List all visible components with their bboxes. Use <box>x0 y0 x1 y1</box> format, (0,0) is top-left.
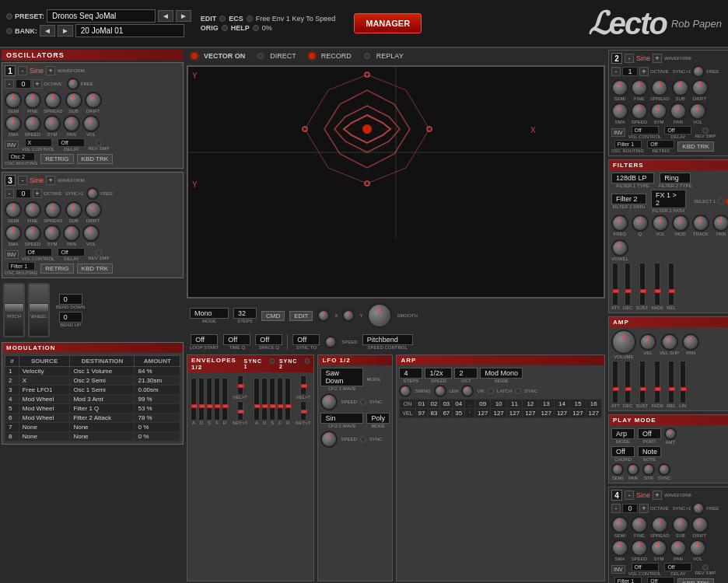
osc2-sma-knob[interactable] <box>611 103 628 120</box>
osc4-sub-knob[interactable] <box>672 516 689 533</box>
osc1-oct-plus[interactable]: + <box>33 79 42 89</box>
env2-f-slider[interactable] <box>277 378 283 421</box>
env1-s-slider[interactable] <box>206 378 212 421</box>
key1-slider[interactable] <box>237 401 243 421</box>
amp-sust-slider[interactable] <box>639 361 646 403</box>
filter-freq-knob[interactable] <box>611 215 628 232</box>
arp-vel-09[interactable]: 127 <box>475 409 491 418</box>
osc3-revsmp-led[interactable] <box>96 250 102 256</box>
osc4-inv-btn[interactable]: INV <box>611 565 625 574</box>
osc2-routing[interactable]: Filter 1 <box>614 140 642 148</box>
arp-vel-15[interactable]: 127 <box>570 409 586 418</box>
speed-knob[interactable] <box>324 336 337 348</box>
osc2-vol-knob[interactable] <box>689 103 706 120</box>
arp-step-11[interactable]: 11 <box>506 400 522 409</box>
osc4-pan-knob[interactable] <box>670 539 687 557</box>
osc3-delay[interactable]: Off <box>58 248 85 257</box>
osc1-sub-knob[interactable] <box>65 92 82 109</box>
bend-down-value[interactable]: 0 <box>59 294 82 305</box>
filt-rel-slider[interactable] <box>668 263 674 305</box>
osc3-pan-knob[interactable] <box>63 225 80 242</box>
arp-swing-knob[interactable] <box>399 385 411 397</box>
space-q-value[interactable]: Off <box>255 334 282 345</box>
osc3-inv-btn[interactable]: INV <box>5 250 19 259</box>
osc2-speed-knob[interactable] <box>631 103 648 120</box>
osc1-fine-knob[interactable] <box>24 92 41 109</box>
arp-step-10[interactable]: 10 <box>491 400 506 409</box>
sync1-led[interactable] <box>270 358 275 364</box>
sync-to-value[interactable]: Off <box>292 334 320 345</box>
osc4-minus[interactable]: - <box>625 490 634 500</box>
pitch-control[interactable]: PITCH <box>3 283 25 337</box>
arp-vk-knob[interactable] <box>461 385 474 397</box>
filter-q-knob[interactable] <box>632 215 649 232</box>
ecs-led[interactable] <box>247 16 253 22</box>
amp-pan-knob[interactable] <box>682 333 699 351</box>
env2-a-slider[interactable] <box>254 378 260 421</box>
arp-step-03[interactable]: 03 <box>440 400 453 409</box>
mod-table-row[interactable]: 3Free LFO1Osc 1 Semi0.00sm <box>5 386 180 395</box>
arp-step-02[interactable]: 02 <box>428 400 440 409</box>
amp-att-slider[interactable] <box>612 361 618 403</box>
osc4-drift-knob[interactable] <box>691 516 709 533</box>
osc4-octave[interactable]: 0 <box>622 504 638 513</box>
amp-dec-slider[interactable] <box>625 361 631 403</box>
osc4-vol-knob[interactable] <box>689 539 706 557</box>
filter2-path[interactable]: Filter 2 <box>611 194 646 204</box>
osc4-fine-knob[interactable] <box>631 516 648 533</box>
osc3-minus[interactable]: - <box>18 176 27 185</box>
osc4-revsmp-led[interactable] <box>702 564 709 571</box>
arp-vel-16[interactable]: 127 <box>586 409 601 418</box>
arp-latch-led[interactable] <box>488 388 494 394</box>
osc4-semi-knob[interactable] <box>611 516 628 533</box>
osc4-delay[interactable]: Off <box>664 563 691 571</box>
smooth-knob[interactable] <box>367 303 392 328</box>
osc3-semi-knob[interactable] <box>5 201 22 218</box>
filt-fade-slider[interactable] <box>654 263 660 305</box>
edit-led[interactable] <box>219 16 226 22</box>
osc1-speed-knob[interactable] <box>24 115 41 132</box>
osc1-kbdtrk-btn[interactable]: KBD TRK <box>77 154 114 164</box>
osc2-octave[interactable]: 1 <box>622 67 638 76</box>
filter-mod-knob[interactable] <box>672 215 689 232</box>
arp-vel-11[interactable]: 127 <box>506 409 522 418</box>
amp-volume-knob[interactable] <box>611 330 636 354</box>
lfo1-speed-knob[interactable] <box>320 393 338 410</box>
osc3-fine-knob[interactable] <box>24 201 41 218</box>
osc4-oct-plus[interactable]: + <box>639 504 649 513</box>
bend-up-value[interactable]: 0 <box>59 312 82 323</box>
osc1-vol-knob[interactable] <box>82 115 100 132</box>
direct-led[interactable] <box>257 53 264 59</box>
osc1-free-knob[interactable] <box>67 78 79 90</box>
arp-vel-14[interactable]: 127 <box>554 409 569 418</box>
loop-start-value[interactable]: Off <box>191 334 218 345</box>
lfo2-speed-knob[interactable] <box>320 431 338 448</box>
lfo2-mode[interactable]: Poly <box>366 413 390 424</box>
amp-rel-slider[interactable] <box>668 361 674 403</box>
preset-value[interactable]: Dronos Seq JoMal <box>47 9 156 23</box>
env2-r-slider[interactable] <box>285 378 291 421</box>
osc4-kbdtrk-btn[interactable]: KBD TRK <box>677 578 714 583</box>
vel2-slider[interactable] <box>300 375 306 395</box>
orig-led[interactable] <box>222 25 228 31</box>
osc1-minus[interactable]: - <box>18 66 27 75</box>
time-q-value[interactable]: Off <box>223 334 250 345</box>
env2-s-slider[interactable] <box>269 378 275 421</box>
fx12-path[interactable]: FX 1 > 2 <box>651 190 686 208</box>
filter1-type[interactable]: 128dB LP <box>611 173 654 183</box>
filter-vowel-knob[interactable] <box>611 239 628 257</box>
osc1-routing[interactable]: Osc 2 <box>8 152 35 161</box>
arp-len-knob[interactable] <box>434 385 446 397</box>
osc1-oct-minus[interactable]: - <box>5 79 14 89</box>
osc1-vol-control[interactable]: X <box>25 138 52 147</box>
mod-table-row[interactable]: 2XOsc 2 Semi21.30sm <box>5 376 180 386</box>
osc2-spread-knob[interactable] <box>651 79 668 96</box>
note-val[interactable]: Note <box>638 446 661 457</box>
osc4-spread-knob[interactable] <box>651 516 668 533</box>
osc1-spread-knob[interactable] <box>44 92 61 109</box>
osc2-drift-knob[interactable] <box>691 79 709 96</box>
speed-control-value[interactable]: Pitchbend <box>362 334 413 345</box>
arp-vel-04[interactable]: 35 <box>453 409 465 418</box>
mod-table-row[interactable]: 7NoneNone0 % <box>5 423 180 432</box>
env2-d-slider[interactable] <box>261 378 268 421</box>
